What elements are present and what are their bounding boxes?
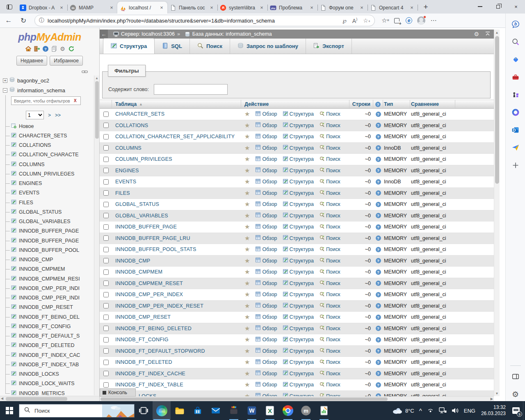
row-checkbox[interactable] [103,190,109,196]
row-checkbox[interactable] [103,337,109,342]
table-name-link[interactable]: ENGINES [115,168,139,173]
table-name-link[interactable]: INNODB_FT_INDEX_TABLE [115,382,183,388]
search-link[interactable]: Поиск [320,134,340,140]
row-help-icon[interactable]: ? [376,348,381,354]
cast-icon[interactable] [425,401,436,420]
clock[interactable]: 13:32 26.03.2023 [478,404,509,417]
row-help-icon[interactable]: ? [376,190,381,196]
browse-link[interactable]: Обзор [256,393,277,396]
structure-link[interactable]: Структура [283,280,314,286]
tree-item-table[interactable]: INNODB_FT_INDEX_TAB [5,360,93,369]
browser-tab[interactable]: Opencart 4× [368,2,418,14]
excel-app-icon[interactable]: X [261,401,279,420]
wallet-app-icon[interactable] [225,401,243,420]
tab-close-icon[interactable]: × [308,5,315,11]
favorite-star-icon[interactable]: ★ [244,268,250,276]
collapse-icon[interactable]: − [3,88,7,93]
database-name[interactable]: bagonby_oc2 [17,78,49,84]
read-aloud-icon[interactable]: A) [352,17,357,24]
search-link[interactable]: Поиск [320,247,340,253]
favorite-star-icon[interactable]: ★ [244,325,250,332]
favorite-star-icon[interactable]: ★ [244,336,250,343]
search-link[interactable]: Поиск [320,382,340,388]
chrome-app-icon[interactable] [279,401,297,420]
table-name-link[interactable]: INNODB_CMP_RESET [115,314,171,320]
tab-actions-icon[interactable] [3,2,16,12]
more-menu-icon[interactable]: ⋯ [427,15,440,26]
browse-link[interactable]: Обзор [256,122,277,128]
page-next-link[interactable]: > [48,112,51,118]
nav-scrollbar[interactable]: ▲ [94,75,99,395]
tab-экспорт[interactable]: Экспорт [306,39,352,54]
start-button[interactable] [0,401,19,420]
row-help-icon[interactable]: ? [376,123,381,128]
row-checkbox[interactable] [103,258,109,263]
breadcrumb-database[interactable]: База данных: information_schema [192,31,272,37]
structure-link[interactable]: Структура [283,303,314,309]
show-desktop-strip[interactable] [523,401,525,420]
row-help-icon[interactable]: ? [376,360,381,365]
structure-link[interactable]: Структура [283,212,314,219]
tab-поиск[interactable]: Поиск [190,39,230,54]
search-link[interactable]: Поиск [320,201,340,208]
row-help-icon[interactable]: ? [376,145,381,151]
row-help-icon[interactable]: ? [376,202,381,207]
structure-link[interactable]: Структура [283,224,314,230]
tree-item-table[interactable]: ENGINES [5,179,93,188]
table-name-link[interactable]: COLLATIONS [115,123,148,128]
structure-link[interactable]: Структура [283,382,314,388]
structure-link[interactable]: Структура [283,235,314,241]
row-help-icon[interactable]: ? [376,315,381,320]
page-info-icon[interactable]: ⓘ [39,17,44,24]
browse-link[interactable]: Обзор [256,111,277,117]
structure-link[interactable]: Структура [283,348,314,354]
row-help-icon[interactable]: ? [376,371,381,376]
browser-tab[interactable]: PMAlocalhost / × [117,2,167,14]
tree-item-table[interactable]: INNODB_FT_INDEX_CAC [5,350,93,360]
sidebar-settings-icon[interactable]: ⚙ [509,387,523,401]
browser-tab[interactable]: Форум опе× [317,2,368,14]
favorite-star-icon[interactable]: ★ [244,167,250,174]
browse-link[interactable]: Обзор [256,370,277,377]
search-link[interactable]: Поиск [320,179,340,185]
structure-link[interactable]: Структура [283,156,314,162]
tab-close-icon[interactable]: × [409,5,415,11]
header-table[interactable]: Таблица▲ [112,100,241,108]
structure-link[interactable]: Структура [283,314,314,320]
add-icon[interactable] [509,158,523,172]
structure-link[interactable]: Структура [283,247,314,253]
tree-database[interactable]: −information_schema [2,85,93,95]
row-checkbox[interactable] [103,326,109,331]
search-link[interactable]: Поиск [320,325,340,331]
bing-chat-icon[interactable]: b [509,17,523,31]
table-name-link[interactable]: EVENTS [115,179,136,185]
tree-item-table[interactable]: INNODB_CMPMEM [5,265,93,274]
tab-структура[interactable]: Структура [103,38,155,54]
filter-word-input[interactable] [154,84,228,95]
search-link[interactable]: Поиск [320,258,340,264]
row-help-icon[interactable]: ? [376,382,381,388]
logout-icon[interactable] [33,46,40,52]
mamp-app-icon[interactable]: m [297,401,315,420]
row-checkbox[interactable] [103,382,109,388]
search-link[interactable]: Поиск [320,235,340,241]
tab-close-icon[interactable]: × [358,5,365,11]
row-checkbox[interactable] [103,247,109,252]
header-rows[interactable]: Строки [349,100,373,108]
structure-link[interactable]: Структура [283,370,314,377]
address-bar[interactable]: ⓘ localhost/phpMyAdmin/index.php?route=/… [34,15,375,26]
add-favorite-icon[interactable]: ☆+ [363,17,370,24]
tree-item-table[interactable]: INNODB_LOCK_WAITS [5,379,93,388]
structure-link[interactable]: Структура [283,111,314,117]
structure-link[interactable]: Структура [283,167,314,173]
taskbar-search[interactable]: Поиск [19,404,135,418]
mail-app-icon[interactable] [207,401,225,420]
favorite-star-icon[interactable]: ★ [244,189,250,197]
tree-item-table[interactable]: INNODB_CMP_PER_INDI [5,293,93,303]
browser-tab[interactable]: Панель сос× [167,2,217,14]
expand-icon[interactable]: + [3,78,7,83]
row-help-icon[interactable]: ? [376,235,381,241]
search-link[interactable]: Поиск [320,122,340,128]
search-link[interactable]: Поиск [320,303,340,309]
browse-link[interactable]: Обзор [256,314,277,320]
